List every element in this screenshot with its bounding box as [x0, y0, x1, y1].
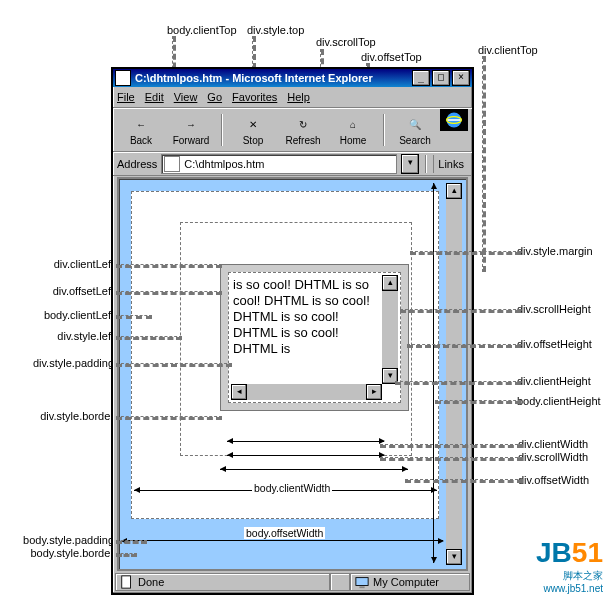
address-label: Address — [117, 158, 157, 170]
leader — [116, 553, 137, 557]
separator — [425, 155, 427, 173]
status-main: Done — [115, 573, 330, 591]
label-div-scrolltop: div.scrollTop — [316, 36, 376, 48]
label-div-scrollheight: div.scrollHeight — [517, 303, 591, 315]
menu-favorites[interactable]: Favorites — [232, 91, 277, 103]
stop-button[interactable]: ✕Stop — [231, 115, 275, 146]
leader — [116, 540, 147, 544]
leader — [116, 363, 232, 367]
label-div-clientleft: div.clientLeft — [40, 258, 114, 270]
label-div-offsetleft: div.offsetLeft — [40, 285, 114, 297]
maximize-button[interactable]: □ — [432, 70, 450, 86]
search-button[interactable]: 🔍Search — [393, 115, 437, 146]
leader — [116, 291, 222, 295]
body-scrollbar[interactable]: ▴ ▾ — [446, 183, 462, 565]
label-div-offsettop: div.offsetTop — [361, 51, 422, 63]
window-title: C:\dhtmlpos.htm - Microsoft Internet Exp… — [135, 72, 410, 84]
forward-icon: → — [181, 115, 201, 135]
ie-logo — [440, 109, 468, 131]
leader — [400, 309, 521, 313]
label-div-clientwidth: div.clientWidth — [518, 438, 588, 450]
refresh-button[interactable]: ↻Refresh — [281, 115, 325, 146]
scroll-down-icon[interactable]: ▾ — [446, 549, 462, 565]
close-button[interactable]: × — [452, 70, 470, 86]
status-cell — [330, 573, 350, 591]
address-value: C:\dhtmlpos.htm — [184, 158, 264, 170]
scroll-up-icon[interactable]: ▴ — [446, 183, 462, 199]
status-text: Done — [138, 576, 164, 588]
separator — [221, 114, 223, 146]
label-body-clientleft: body.clientLeft — [30, 309, 114, 321]
div-vertical-scrollbar[interactable]: ▴ ▾ — [382, 275, 398, 384]
label-div-clienttop: div.clientTop — [478, 44, 538, 56]
computer-icon — [355, 575, 369, 589]
separator — [383, 114, 385, 146]
menu-edit[interactable]: Edit — [145, 91, 164, 103]
ie-icon — [115, 70, 131, 86]
leader — [435, 400, 521, 404]
leader — [116, 416, 222, 420]
svg-rect-2 — [122, 576, 131, 588]
dim-body-offsetwidth — [121, 540, 443, 541]
label-div-offsetheight: div.offsetHeight — [517, 338, 592, 350]
home-button[interactable]: ⌂Home — [331, 115, 375, 146]
links-button[interactable]: Links — [433, 155, 468, 173]
caption-body-clientwidth: body.clientWidth — [252, 482, 332, 494]
refresh-icon: ↻ — [293, 115, 313, 135]
browser-window: C:\dhtmlpos.htm - Microsoft Internet Exp… — [111, 67, 474, 595]
menu-go[interactable]: Go — [207, 91, 222, 103]
menu-file[interactable]: File — [117, 91, 135, 103]
titlebar[interactable]: C:\dhtmlpos.htm - Microsoft Internet Exp… — [113, 69, 472, 87]
leader — [116, 315, 152, 319]
body-padding-box: is so cool! DHTML is so cool! DHTML is s… — [131, 191, 439, 519]
watermark-part1: JB — [536, 537, 572, 568]
forward-button[interactable]: →Forward — [169, 115, 213, 146]
status-zone: My Computer — [350, 573, 470, 591]
label-body-clientheight: body.clientHeight — [517, 395, 601, 407]
scroll-left-icon[interactable]: ◂ — [231, 384, 247, 400]
label-div-scrollwidth: div.scrollWidth — [518, 451, 588, 463]
div-horizontal-scrollbar[interactable]: ◂ ▸ — [231, 384, 382, 400]
scroll-right-icon[interactable]: ▸ — [366, 384, 382, 400]
label-body-style-padding: body.style.padding — [0, 534, 114, 546]
home-icon: ⌂ — [343, 115, 363, 135]
address-dropdown[interactable]: ▾ — [401, 154, 419, 174]
page-icon — [164, 156, 180, 172]
leader — [380, 457, 523, 461]
minimize-button[interactable]: _ — [412, 70, 430, 86]
leader — [395, 381, 521, 385]
svg-rect-4 — [359, 586, 364, 588]
document-icon — [120, 575, 134, 589]
status-bar: Done My Computer — [115, 573, 470, 591]
dim-body-clientheight — [433, 183, 434, 563]
scroll-up-icon[interactable]: ▴ — [382, 275, 398, 291]
back-icon: ← — [131, 115, 151, 135]
menubar: File Edit View Go Favorites Help — [113, 87, 472, 108]
menu-view[interactable]: View — [174, 91, 198, 103]
caption-body-offsetwidth: body.offsetWidth — [244, 527, 325, 539]
stop-icon: ✕ — [243, 115, 263, 135]
toolbar: ←Back →Forward ✕Stop ↻Refresh ⌂Home 🔍Sea… — [113, 108, 472, 152]
svg-rect-3 — [356, 578, 368, 586]
label-div-style-padding: div.style.padding — [20, 357, 114, 369]
body-element: ▴ ▾ is so cool! DHTML is so cool! DHTML … — [117, 177, 468, 571]
label-div-style-border: div.style.border — [30, 410, 114, 422]
watermark-sub1: 脚本之家 — [536, 569, 603, 583]
search-icon: 🔍 — [405, 115, 425, 135]
label-div-offsetwidth: div.offsetWidth — [518, 474, 589, 486]
div-content-text: is so cool! DHTML is so cool! DHTML is s… — [233, 277, 380, 382]
menu-help[interactable]: Help — [287, 91, 310, 103]
watermark-part2: 51 — [572, 537, 603, 568]
address-input[interactable]: C:\dhtmlpos.htm — [161, 154, 397, 174]
leader — [482, 56, 486, 272]
label-body-clienttop: body.clientTop — [167, 24, 237, 36]
back-button[interactable]: ←Back — [119, 115, 163, 146]
label-body-style-border: body.style.border — [0, 547, 114, 559]
label-div-style-margin: div.style.margin — [517, 245, 593, 257]
status-zone-text: My Computer — [373, 576, 439, 588]
div-element: is so cool! DHTML is so cool! DHTML is s… — [220, 264, 409, 411]
label-div-clientheight: div.clientHeight — [517, 375, 591, 387]
watermark: JB51 脚本之家 www.jb51.net — [536, 537, 603, 594]
label-div-style-top: div.style.top — [247, 24, 304, 36]
dim-div-scrollwidth — [227, 455, 384, 456]
